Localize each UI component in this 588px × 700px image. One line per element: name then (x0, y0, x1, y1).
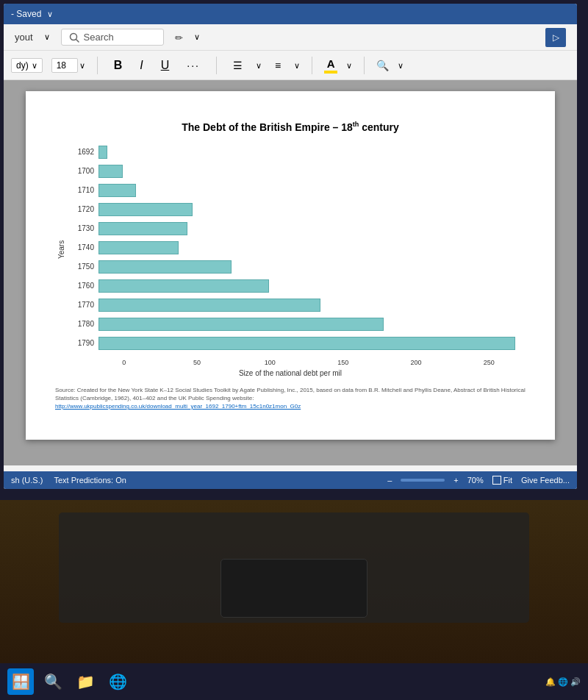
bar-row: 1780 (71, 316, 526, 332)
bar-track (98, 260, 526, 274)
title-bar: - Saved (4, 4, 577, 24)
chart-container: The Debt of the British Empire – 18th ce… (55, 113, 526, 418)
taskbar-browser-icon[interactable]: 🌐 (104, 668, 131, 695)
bar-track (98, 279, 526, 293)
laptop-body (0, 500, 588, 663)
x-tick: 200 (379, 359, 452, 366)
font-size-group: 18 (51, 58, 85, 73)
bar-year-label: 1780 (71, 320, 98, 328)
bar-row: 1760 (71, 278, 526, 294)
bar-track (98, 318, 526, 331)
bar-track (98, 165, 526, 178)
bar-track (98, 337, 526, 350)
bar-year-label: 1720 (71, 205, 98, 213)
doc-area: The Debt of the British Empire – 18th ce… (4, 80, 577, 465)
source-link: http://www.ukpublicspending.co.uk/downlo… (55, 403, 301, 410)
status-right: – + 70% Fit Give Feedb... (387, 476, 570, 485)
bar-year-label: 1750 (71, 262, 98, 271)
more-button[interactable]: ··· (182, 58, 204, 73)
divider-1 (97, 57, 98, 74)
zoom-slider[interactable] (401, 479, 445, 482)
doc-page: The Debt of the British Empire – 18th ce… (26, 91, 555, 440)
collapse-icon: ▷ (553, 32, 559, 43)
fit-checkbox[interactable]: Fit (492, 476, 512, 485)
bar-fill (98, 299, 320, 312)
font-size-value: 18 (57, 60, 66, 71)
bar-fill (98, 260, 232, 274)
bar-fill (98, 203, 193, 216)
y-axis-label: Years (55, 144, 67, 354)
bar-row: 1750 (71, 259, 526, 275)
bar-fill (98, 337, 515, 350)
zoom-plus[interactable]: + (453, 476, 458, 485)
bar-row: 1700 (71, 163, 526, 179)
zoom-percent: 70% (467, 476, 484, 485)
font-selector[interactable]: dy) (11, 58, 43, 73)
pencil-icon[interactable] (175, 31, 183, 44)
x-axis: 050100150200250 (87, 359, 526, 366)
font-color-button[interactable]: A (324, 57, 337, 74)
source-text: Source: Created for the New York State K… (55, 386, 526, 411)
font-name: dy) (16, 60, 29, 71)
zoom-minus[interactable]: – (387, 476, 392, 485)
x-tick: 0 (87, 359, 160, 366)
bar-row: 1790 (71, 335, 526, 351)
x-tick: 50 (160, 359, 233, 366)
chevron-icon[interactable] (47, 9, 53, 19)
bar-year-label: 1692 (71, 148, 98, 156)
bar-row: 1720 (71, 201, 526, 218)
search-format-chevron[interactable] (398, 60, 404, 71)
font-color-chevron[interactable] (346, 60, 352, 71)
layout-chevron[interactable] (44, 32, 50, 42)
x-tick: 150 (306, 359, 379, 366)
taskbar-windows-icon[interactable]: 🪟 (7, 668, 34, 695)
feedback-label[interactable]: Give Feedb... (521, 476, 570, 485)
taskbar-search-icon[interactable]: 🔍 (40, 668, 66, 695)
align-button[interactable]: ≡ (270, 58, 285, 73)
bar-fill (98, 318, 384, 331)
taskbar-time: 🔔 🌐 🔊 (545, 677, 581, 687)
bar-track (98, 222, 526, 235)
laptop-touchpad (220, 559, 368, 618)
taskbar-right: 🔔 🌐 🔊 (545, 677, 581, 687)
font-size-box[interactable]: 18 (51, 58, 78, 73)
bar-row: 1692 (71, 144, 526, 160)
bar-row: 1740 (71, 240, 526, 256)
divider-4 (364, 57, 365, 74)
list-chevron[interactable] (256, 60, 262, 71)
taskbar-search-glyph: 🔍 (44, 673, 62, 690)
align-chevron[interactable] (294, 60, 300, 71)
list-button[interactable]: ☰ (229, 58, 247, 73)
chart-title-suffix: century (359, 121, 398, 133)
bar-track (98, 184, 526, 197)
taskbar: 🪟 🔍 📁 🌐 🔔 🌐 🔊 (0, 663, 588, 700)
bar-fill (98, 146, 107, 159)
x-tick: 100 (234, 359, 306, 366)
italic-button[interactable]: I (135, 57, 147, 74)
search-format-icon[interactable]: 🔍 (376, 60, 389, 71)
source-text-span: Source: Created for the New York State K… (55, 387, 526, 401)
font-chevron[interactable] (32, 60, 37, 71)
collapse-button[interactable]: ▷ (545, 28, 566, 47)
bar-year-label: 1700 (71, 167, 98, 175)
ribbon-formatting: dy) 18 B I U ··· ☰ ≡ A (4, 51, 577, 80)
layout-label: yout (15, 32, 33, 43)
bar-fill (98, 184, 136, 197)
taskbar-files-icon[interactable]: 📁 (72, 668, 98, 695)
underline-button[interactable]: U (157, 57, 174, 74)
bar-fill (98, 165, 123, 178)
font-size-chevron[interactable] (79, 60, 85, 71)
pencil-chevron[interactable] (194, 32, 200, 42)
chart-inner: Years 1692170017101720173017401750176017… (55, 144, 526, 354)
windows-icon: 🪟 (12, 673, 30, 690)
svg-line-1 (76, 39, 79, 42)
language-label: sh (U.S.) (11, 476, 43, 485)
bar-year-label: 1790 (71, 339, 98, 347)
bar-row: 1730 (71, 221, 526, 237)
bar-row: 1770 (71, 297, 526, 313)
fit-label: Fit (503, 476, 512, 485)
bar-row: 1710 (71, 182, 526, 199)
fit-checkbox-box (492, 476, 501, 485)
bold-button[interactable]: B (110, 57, 127, 74)
search-box[interactable]: Search (61, 29, 164, 46)
